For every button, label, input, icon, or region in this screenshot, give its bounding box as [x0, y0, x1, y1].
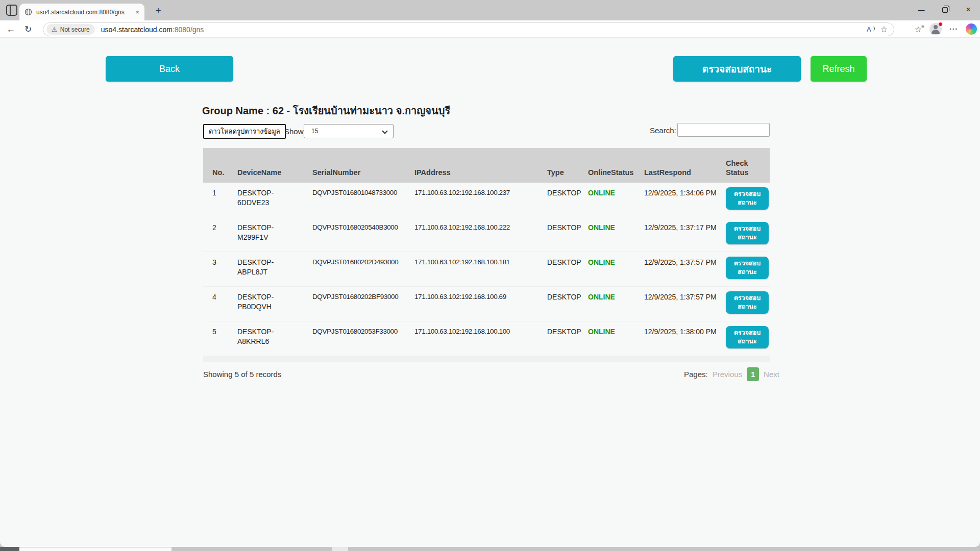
current-page-badge[interactable]: 1: [747, 367, 759, 381]
cell-type: DESKTOP: [547, 258, 588, 267]
cell-type: DESKTOP: [547, 327, 588, 337]
tab-title: uso4.starcatcloud.com:8080/gns: [36, 9, 131, 16]
read-aloud-icon[interactable]: A: [867, 26, 871, 33]
favorite-star-icon[interactable]: ☆: [880, 24, 888, 34]
col-header-onlinestatus: OnlineStatus: [588, 168, 644, 177]
check-status-all-button[interactable]: ตรวจสอบสถานะ: [673, 56, 801, 82]
cell-onlinestatus: ONLINE: [588, 188, 644, 198]
page-title: Group Name : 62 - โรงเรียนบ้านท่ามะนาว จ…: [202, 103, 450, 119]
cell-type: DESKTOP: [547, 292, 588, 302]
cell-serialnumber: DQVPJST016801048733000: [312, 188, 414, 197]
row-check-status-button[interactable]: ตรวจสอบสถานะ: [726, 291, 769, 314]
cell-ipaddress: 171.100.63.102:192.168.100.237: [414, 188, 547, 197]
cell-onlinestatus: ONLINE: [588, 327, 644, 337]
reload-icon[interactable]: ↻: [20, 20, 36, 38]
back-nav-icon[interactable]: ←: [3, 20, 18, 38]
browser-toolbar: ← ↻ ⚠ Not secure uso4.starcatcloud.com:8…: [0, 20, 980, 38]
search-input[interactable]: [677, 123, 770, 137]
minimize-button[interactable]: —: [910, 0, 933, 19]
table-row: 5 DESKTOP-A8KRRL6 DQVPJST016802053F33000…: [203, 321, 770, 356]
next-page-button[interactable]: Next: [764, 370, 779, 379]
status-badge: ONLINE: [588, 223, 615, 232]
status-badge: ONLINE: [588, 258, 615, 266]
cell-lastrespond: 12/9/2025, 1:37:17 PM: [644, 223, 726, 233]
col-header-lastrespond: LastRespond: [644, 168, 726, 177]
table-header-row: No. DeviceName SerialNumber IPAddress Ty…: [203, 148, 770, 183]
profile-avatar[interactable]: [929, 23, 942, 35]
globe-icon: [24, 8, 32, 16]
download-table-button[interactable]: ดาวโหลดรูปตารางข้อมูล: [203, 124, 286, 139]
tab-close-icon[interactable]: ×: [135, 9, 139, 15]
cell-devicename: DESKTOP-M299F1V: [237, 223, 312, 242]
cell-devicename: DESKTOP-A8KRRL6: [237, 327, 312, 346]
cell-onlinestatus: ONLINE: [588, 258, 644, 267]
url-text: uso4.starcatcloud.com:8080/gns: [101, 26, 204, 34]
window-close-button[interactable]: ×: [957, 0, 980, 19]
cell-onlinestatus: ONLINE: [588, 223, 644, 233]
col-header-checkstatus: Check Status: [726, 159, 770, 177]
favorites-hub-icon[interactable]: ☆≡: [915, 24, 922, 34]
url-path: :8080/gns: [173, 26, 204, 34]
pagination: Pages: Previous 1 Next: [684, 367, 779, 381]
restore-button[interactable]: [933, 0, 957, 19]
cell-no: 4: [203, 292, 237, 302]
cell-devicename: DESKTOP-6DDVE23: [237, 188, 312, 208]
status-badge: ONLINE: [588, 328, 615, 336]
show-select-value: 15: [311, 128, 318, 135]
cell-ipaddress: 171.100.63.102:192.168.100.222: [414, 223, 547, 232]
row-check-status-button[interactable]: ตรวจสอบสถานะ: [726, 222, 769, 244]
chevron-down-icon: [382, 128, 387, 134]
table-bottom-strip: [203, 356, 770, 362]
cell-lastrespond: 12/9/2025, 1:37:57 PM: [644, 292, 726, 302]
security-chip[interactable]: ⚠ Not secure: [46, 24, 95, 35]
row-check-status-button[interactable]: ตรวจสอบสถานะ: [726, 187, 769, 210]
devices-table: No. DeviceName SerialNumber IPAddress Ty…: [203, 148, 770, 362]
col-header-serialnumber: SerialNumber: [312, 168, 414, 177]
table-row: 4 DESKTOP-PB0DQVH DQVPJST01680202BF93000…: [203, 287, 770, 321]
browser-window: uso4.starcatcloud.com:8080/gns × + — × ←…: [0, 0, 980, 551]
cell-lastrespond: 12/9/2025, 1:37:57 PM: [644, 258, 726, 267]
address-bar[interactable]: ⚠ Not secure uso4.starcatcloud.com:8080/…: [43, 22, 894, 36]
cell-type: DESKTOP: [547, 223, 588, 233]
refresh-button[interactable]: Refresh: [811, 56, 867, 82]
browser-tab[interactable]: uso4.starcatcloud.com:8080/gns ×: [19, 4, 144, 20]
previous-page-button[interactable]: Previous: [713, 370, 742, 379]
cell-serialnumber: DQVPJST016802053F33000: [312, 327, 414, 336]
table-row: 1 DESKTOP-6DDVE23 DQVPJST016801048733000…: [203, 183, 770, 217]
cell-no: 3: [203, 258, 237, 267]
cell-ipaddress: 171.100.63.102:192.168.100.181: [414, 258, 547, 267]
cell-type: DESKTOP: [547, 188, 588, 198]
security-label: Not secure: [60, 26, 90, 33]
row-check-status-button[interactable]: ตรวจสอบสถานะ: [726, 326, 769, 348]
cell-no: 2: [203, 223, 237, 233]
back-button[interactable]: Back: [106, 56, 233, 82]
cell-serialnumber: DQVPJST01680202D493000: [312, 258, 414, 267]
cell-no: 1: [203, 188, 237, 198]
row-check-status-button[interactable]: ตรวจสอบสถานะ: [726, 257, 769, 279]
show-select[interactable]: 15: [304, 124, 394, 138]
taskbar-peek-strip: [0, 547, 980, 551]
tab-actions-icon[interactable]: [6, 5, 17, 16]
cell-lastrespond: 12/9/2025, 1:38:00 PM: [644, 327, 726, 337]
cell-devicename: DESKTOP-ABPL8JT: [237, 258, 312, 277]
cell-onlinestatus: ONLINE: [588, 292, 644, 302]
cell-ipaddress: 171.100.63.102:192.168.100.100: [414, 327, 547, 336]
table-row: 2 DESKTOP-M299F1V DQVPJST0168020540B3000…: [203, 217, 770, 252]
title-bar: uso4.starcatcloud.com:8080/gns × + — ×: [0, 0, 980, 20]
col-header-devicename: DeviceName: [237, 168, 312, 177]
status-badge: ONLINE: [588, 293, 615, 301]
cell-lastrespond: 12/9/2025, 1:34:06 PM: [644, 188, 726, 198]
pages-label: Pages:: [684, 370, 708, 379]
cell-serialnumber: DQVPJST01680202BF93000: [312, 292, 414, 302]
toolbar-right-icons: ☆≡ ···: [915, 20, 977, 38]
cell-ipaddress: 171.100.63.102:192.168.100.69: [414, 292, 547, 302]
cell-devicename: DESKTOP-PB0DQVH: [237, 292, 312, 312]
notification-dot: [938, 22, 943, 27]
new-tab-button[interactable]: +: [151, 4, 165, 17]
warning-icon: ⚠: [52, 26, 57, 33]
settings-more-icon[interactable]: ···: [949, 25, 958, 33]
cell-serialnumber: DQVPJST0168020540B3000: [312, 223, 414, 232]
url-host: uso4.starcatcloud.com: [101, 26, 173, 34]
search-label: Search:: [650, 126, 676, 135]
copilot-icon[interactable]: [966, 23, 977, 35]
